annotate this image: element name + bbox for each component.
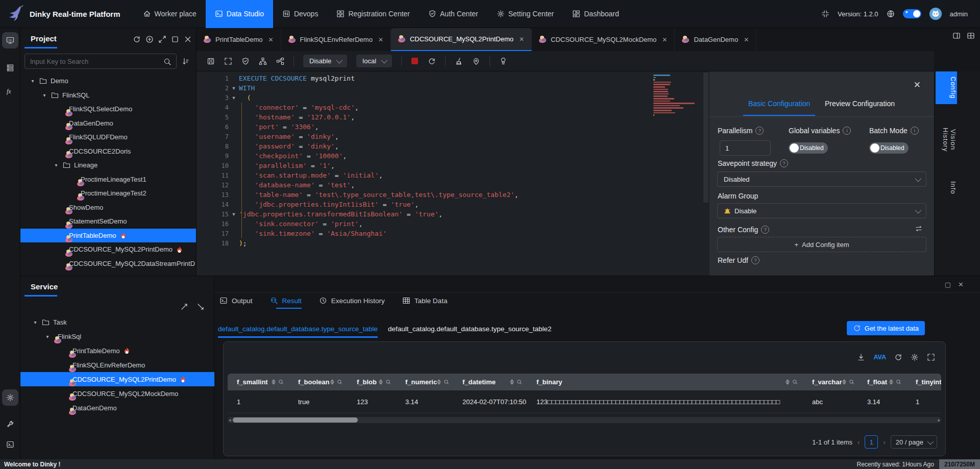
nav-item-setting-center[interactable]: Setting Center [487,0,564,28]
tree-item-CDCSOURCE2Doris[interactable]: CDCSOURCE2Doris [20,144,197,159]
nav-item-auth-center[interactable]: Auth Center [419,0,487,28]
stop-icon[interactable] [411,57,419,65]
column-search-icon[interactable] [517,379,522,385]
grid-layout-icon[interactable] [967,32,975,40]
sort-carets-icon[interactable] [842,379,846,385]
info-icon[interactable]: i [911,127,919,135]
help-icon[interactable]: ? [761,226,769,234]
table-row[interactable]: 1true1233.142024-02-07T07:10:50123□□□□□□… [228,390,941,413]
tree-item-FlinkSql[interactable]: ▾FlinkSql [20,329,214,343]
nav-item-registration-center[interactable]: Registration Center [327,0,419,28]
batch-mode-toggle[interactable]: Disabled [869,142,909,154]
editor-scrollbar[interactable] [703,72,708,203]
strip-tab-config[interactable]: Config [936,71,957,104]
tree-item-Demo[interactable]: ▾Demo [20,74,197,88]
lineage-icon[interactable] [276,57,284,65]
column-search-icon[interactable] [385,379,391,385]
rail-console-icon[interactable] [2,436,18,453]
column-search-icon[interactable] [444,379,449,385]
tree-item-FlinkSQLEnvReferDemo[interactable]: FlinkSQLEnvReferDemo [20,358,214,372]
code-line-12[interactable]: 12 'database-name' = 'test', [197,180,709,190]
help-icon[interactable]: ? [755,127,764,135]
flink-dag-icon[interactable] [259,57,267,65]
catalog-tab[interactable]: default_catalog.default_database.type_so… [218,322,378,338]
code-line-8[interactable]: 8 'password' = 'dinky', [197,141,709,151]
fold-chevron-icon[interactable]: ▼ [229,95,239,101]
settings-gear-icon[interactable] [911,353,919,361]
editor-tab-PrintTableDemo[interactable]: PrintTableDemo✕ [197,28,281,51]
tree-expand-arrow[interactable]: ▾ [32,319,39,325]
tab-basic-configuration[interactable]: Basic Configuration [748,100,810,108]
sort-carets-icon[interactable] [379,379,383,385]
search-input[interactable] [24,54,177,69]
fold-chevron-icon[interactable]: ▼ [229,86,239,91]
reload-icon[interactable] [894,353,902,361]
scroll-left-icon[interactable]: ◂ [229,417,231,423]
savepoint-strategy-select[interactable]: Disabled [717,171,926,187]
current-page-button[interactable]: 1 [865,435,878,449]
expand-diagonal-icon[interactable] [197,303,205,311]
tree-item-Lineage[interactable]: ▾Lineage [20,158,197,172]
tree-expand-arrow[interactable]: ▾ [41,92,48,98]
add-config-item-button[interactable]: +Add Config item [717,237,926,252]
cluster-select[interactable]: local [356,55,392,67]
locate-icon[interactable] [472,57,480,65]
env-select[interactable]: Disable [303,55,347,67]
console-tab-output[interactable]: Output [219,297,253,309]
scroll-right-icon[interactable]: ▸ [938,417,940,423]
tab-preview-configuration[interactable]: Preview Configuration [825,100,895,108]
get-latest-data-button[interactable]: Get the latest data [847,321,925,335]
code-line-7[interactable]: 7 'username' = 'dinky', [197,132,709,141]
swap-icon[interactable] [915,225,923,233]
tree-item-CDCSOURCE_MySQL2PrintDemo[interactable]: CDCSOURCE_MySQL2PrintDemo [20,242,197,257]
strip-tab-vision-history[interactable]: VisionHistory [936,122,957,157]
tree-item-ProctimeLineageTest1[interactable]: ProctimeLineageTest1 [20,172,197,187]
code-line-18[interactable]: 18); [197,238,709,248]
tree-expand-arrow[interactable]: ▾ [44,334,51,339]
tree-item-FlinkSQLUDFDemo[interactable]: FlinkSQLUDFDemo [20,130,197,144]
avatar[interactable] [929,8,942,20]
nav-item-worker-place[interactable]: Worker place [134,0,206,28]
editor-tab-CDCSOURCE_MySQL2PrintDemo[interactable]: CDCSOURCE_MySQL2PrintDemo✕ [391,28,532,51]
editor-tab-CDCSOURCE_MySQL2MockDemo[interactable]: CDCSOURCE_MySQL2MockDemo✕ [532,28,675,51]
check-sql-icon[interactable] [241,57,250,65]
tree-item-StatementSetDemo[interactable]: StatementSetDemo [20,214,197,229]
nav-item-data-studio[interactable]: Data Studio [206,0,273,28]
console-tab-table-data[interactable]: Table Data [402,297,448,309]
code-line-11[interactable]: 11 'scan.startup.mode' = 'initial', [197,170,709,180]
column-search-icon[interactable] [337,379,342,385]
editor-tab-FlinkSQLEnvReferDemo[interactable]: FlinkSQLEnvReferDemo✕ [281,28,391,51]
refresh-icon[interactable] [133,35,141,43]
column-search-icon[interactable] [896,379,901,385]
code-line-16[interactable]: 16 'sink.connector' = 'print', [197,219,709,229]
close-icon[interactable] [184,35,192,43]
fullscreen-editor-icon[interactable] [224,57,232,65]
strip-tab-info[interactable]: Info [936,176,957,200]
code-line-4[interactable]: 4 'connector' = 'mysql-cdc', [197,103,709,112]
sort-carets-icon[interactable] [330,379,334,385]
column-header-f_boolean[interactable]: f_boolean [289,374,348,390]
console-tab-execution-history[interactable]: Execution History [319,297,385,309]
code-line-1[interactable]: 1EXECUTE CDCSOURCE mysql2print [197,73,709,83]
column-header-f_blob[interactable]: f_blob [348,374,396,390]
rail-catalog-icon[interactable] [2,60,18,76]
prev-page-icon[interactable]: ‹ [857,438,860,446]
code-line-2[interactable]: 2▼WITH [197,83,709,93]
tree-item-Task[interactable]: ▾Task [20,315,214,329]
column-search-icon[interactable] [278,379,284,385]
tree-item-CDCSOURCE_MySQL2MockDemo[interactable]: CDCSOURCE_MySQL2MockDemo [20,386,214,401]
catalog-tab[interactable]: default_catalog.default_database.type_so… [388,322,552,338]
sql-code-editor[interactable]: 1EXECUTE CDCSOURCE mysql2print2▼WITH3▼ (… [197,71,709,291]
horizontal-scrollbar[interactable]: ◂ ▸ [228,417,941,423]
nav-item-devops[interactable]: Devops [273,0,327,28]
code-line-5[interactable]: 5 'hostname' = '127.0.0.1', [197,112,709,122]
sort-az-icon[interactable] [182,57,190,65]
scrollbar-thumb[interactable] [233,417,358,423]
column-search-icon[interactable] [792,379,798,385]
code-line-10[interactable]: 10 'parallelism' = '1', [197,161,709,170]
column-header-f_smallint[interactable]: f_smallint [228,374,289,390]
fold-chevron-icon[interactable]: ▼ [229,212,239,217]
code-line-6[interactable]: 6 'port' = '3306', [197,122,709,132]
global-variables-toggle[interactable]: Disabled [789,142,828,154]
sort-carets-icon[interactable] [889,379,893,385]
